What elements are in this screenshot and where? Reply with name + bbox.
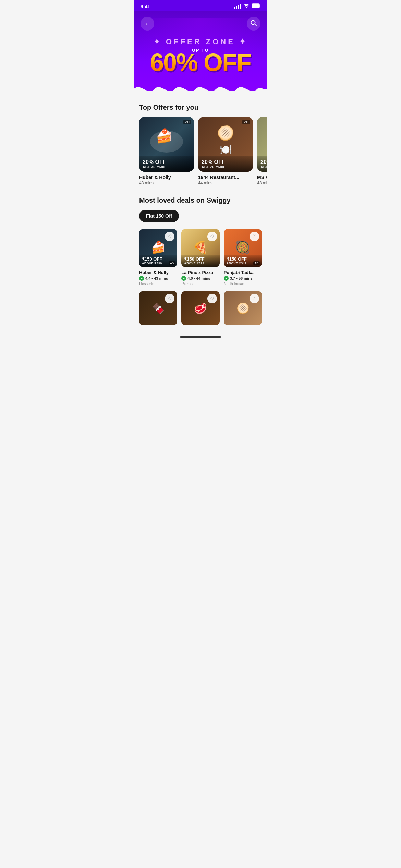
rating-text: 4.4 • 43 mins [145, 276, 168, 280]
offer-card-image: 🫓 🍽️ 20% OFF ABOVE ₹600 AD [198, 117, 253, 172]
rating-star-icon: ★ [139, 276, 144, 281]
search-icon [250, 20, 257, 28]
ad-badge: AD [183, 120, 191, 124]
back-icon: ← [144, 20, 150, 27]
rest-rating-row: ★ 4.4 • 43 mins [139, 276, 177, 281]
offer-above: ABOVE ₹600 [202, 165, 250, 169]
star-left-icon: ✦ [154, 37, 162, 46]
wave-separator [134, 79, 267, 95]
rest-name: La Pino'z Pizza [181, 270, 219, 275]
status-time: 9:41 [141, 4, 150, 9]
offer-badge: 20% OFF ABOVE ₹700 [257, 156, 267, 172]
star-right-icon: ✦ [239, 37, 247, 46]
signal-icon [234, 4, 241, 9]
offer-percent: 20% OFF [143, 159, 191, 165]
ad-badge: AD [242, 120, 250, 124]
partial-card-image: ♡ 🥩 [181, 291, 219, 325]
back-button[interactable]: ← [141, 17, 154, 31]
top-offer-card[interactable]: 🫓 🍽️ 20% OFF ABOVE ₹600 AD 1944 Restaura… [198, 117, 253, 185]
restaurant-name: Huber & Holly [139, 174, 194, 180]
favorite-button[interactable]: ♡ [250, 294, 259, 303]
discount-text: 60% OFF [141, 50, 260, 75]
battery-icon [252, 3, 260, 9]
search-button[interactable] [247, 17, 260, 31]
status-icons [234, 3, 260, 9]
offer-badge: 20% OFF ABOVE ₹600 [139, 156, 194, 172]
partial-grid: ♡ 🍫 ♡ 🥩 ♡ 🫓 [139, 291, 262, 325]
rest-offer-badge: ₹150 OFF ABOVE ₹349 [224, 255, 262, 267]
offer-card-image: 🍰 20% OFF ABOVE ₹600 AD [139, 117, 194, 172]
rest-offer-amount: ₹150 OFF [142, 257, 174, 262]
rest-offer-amount: ₹150 OFF [184, 257, 217, 262]
scroll-bar [180, 336, 221, 338]
rest-offer-above: ABOVE ₹399 [184, 262, 217, 265]
rest-category: North Indian [224, 281, 262, 286]
offer-above: ABOVE ₹700 [260, 165, 267, 169]
restaurant-time: 43 mins [139, 181, 194, 185]
offer-percent: 20% OFF [260, 159, 267, 165]
partial-card-image: ♡ 🍫 [139, 291, 177, 325]
rest-ad-badge: AD [253, 261, 260, 265]
rest-rating-row: ★ 4.0 • 44 mins [181, 276, 219, 281]
offer-card-image: 🥘 20% OFF ABOVE ₹700 AD [257, 117, 267, 172]
top-offer-card[interactable]: 🥘 20% OFF ABOVE ₹700 AD MS Abu Dal Bati … [257, 117, 267, 185]
rating-star-icon: ★ [181, 276, 186, 281]
restaurant-grid: ♡ 🍰 ₹150 OFF ABOVE ₹399 AD Huber & Holly… [139, 229, 262, 286]
most-loved-section: Most loved deals on Swiggy Flat 150 Off … [134, 196, 267, 334]
rating-text: 3.7 • 56 mins [230, 276, 253, 280]
partial-restaurant-card[interactable]: ♡ 🫓 [224, 291, 262, 325]
filter-chip-label: Flat 150 Off [146, 213, 172, 219]
offer-percent: 20% OFF [202, 159, 250, 165]
rest-name: Punjabi Tadka [224, 270, 262, 275]
favorite-button[interactable]: ♡ [207, 294, 217, 303]
svg-rect-0 [252, 4, 259, 8]
rest-name: Huber & Holly [139, 270, 177, 275]
svg-line-3 [255, 24, 256, 26]
rest-rating-row: ★ 3.7 • 56 mins [224, 276, 262, 281]
restaurant-card[interactable]: ♡ 🍰 ₹150 OFF ABOVE ₹399 AD Huber & Holly… [139, 229, 177, 286]
rating-star-icon: ★ [224, 276, 229, 281]
rating-text: 4.0 • 44 mins [187, 276, 210, 280]
hero-text: ✦ OFFER ZONE ✦ UP TO 60% OFF [141, 37, 260, 75]
status-bar: 9:41 [134, 0, 267, 11]
offer-zone-label: ✦ OFFER ZONE ✦ [141, 37, 260, 46]
flat-150-filter-chip[interactable]: Flat 150 Off [139, 210, 179, 222]
favorite-button[interactable]: ♡ [165, 294, 174, 303]
offer-above: ABOVE ₹600 [143, 165, 191, 169]
restaurant-card-image: ♡ 🥘 ₹150 OFF ABOVE ₹349 AD [224, 229, 262, 267]
rest-offer-badge: ₹150 OFF ABOVE ₹399 [139, 255, 177, 267]
restaurant-name: 1944 Restaurant... [198, 174, 253, 180]
most-loved-title: Most loved deals on Swiggy [139, 196, 262, 204]
restaurant-name: MS Abu Dal Bati [257, 174, 267, 180]
hero-section: ← ✦ OFFER ZONE ✦ UP TO 60% OFF [134, 11, 267, 95]
top-offers-section: Top Offers for you 🍰 20% OFF ABOVE ₹600 … [134, 95, 267, 196]
partial-card-image: ♡ 🫓 [224, 291, 262, 325]
rest-ad-badge: AD [169, 261, 175, 265]
partial-restaurant-card[interactable]: ♡ 🍫 [139, 291, 177, 325]
top-offer-card[interactable]: 🍰 20% OFF ABOVE ₹600 AD Huber & Holly 43… [139, 117, 194, 185]
restaurant-time: 44 mins [198, 181, 253, 185]
restaurant-time: 43 mins [257, 181, 267, 185]
top-offers-title: Top Offers for you [139, 104, 262, 111]
top-offers-scroll[interactable]: 🍰 20% OFF ABOVE ₹600 AD Huber & Holly 43… [134, 117, 267, 188]
restaurant-card-image: ♡ 🍕 ₹150 OFF ABOVE ₹399 [181, 229, 219, 267]
rest-offer-badge: ₹150 OFF ABOVE ₹399 [181, 255, 219, 267]
favorite-button[interactable]: ♡ [207, 232, 217, 241]
rest-offer-amount: ₹150 OFF [227, 257, 259, 262]
restaurant-card-image: ♡ 🍰 ₹150 OFF ABOVE ₹399 AD [139, 229, 177, 267]
restaurant-card[interactable]: ♡ 🍕 ₹150 OFF ABOVE ₹399 La Pino'z Pizza … [181, 229, 219, 286]
svg-rect-1 [260, 5, 260, 7]
wifi-icon [243, 3, 250, 9]
rest-category: Desserts [139, 281, 177, 286]
restaurant-card[interactable]: ♡ 🥘 ₹150 OFF ABOVE ₹349 AD Punjabi Tadka… [224, 229, 262, 286]
hero-nav: ← [141, 17, 260, 31]
favorite-button[interactable]: ♡ [165, 232, 174, 241]
scroll-indicator [134, 334, 267, 340]
partial-restaurant-card[interactable]: ♡ 🥩 [181, 291, 219, 325]
offer-badge: 20% OFF ABOVE ₹600 [198, 156, 253, 172]
favorite-button[interactable]: ♡ [250, 232, 259, 241]
rest-category: Pizzas [181, 281, 219, 286]
